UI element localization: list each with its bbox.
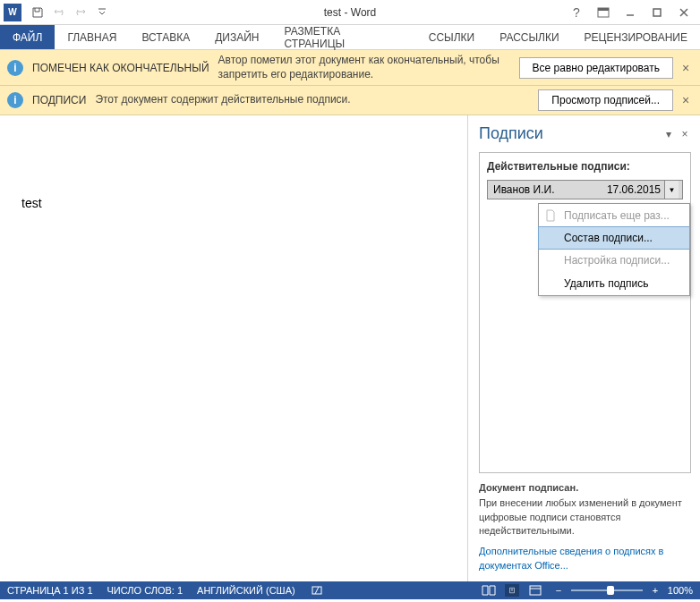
zoom-in-icon[interactable]: + [648,584,662,597]
minimize-icon[interactable] [619,3,641,22]
status-page[interactable]: СТРАНИЦА 1 ИЗ 1 [7,585,93,596]
window-title: test - Word [324,6,376,19]
web-layout-icon[interactable] [528,584,542,597]
zoom-level[interactable]: 100% [668,585,693,596]
tab-mailings[interactable]: РАССЫЛКИ [487,25,571,49]
signature-date: 17.06.2015 [607,183,664,196]
edit-anyway-button[interactable]: Все равно редактировать [519,57,673,79]
word-app-icon: W [4,4,21,21]
status-proofing-icon[interactable] [310,584,324,597]
infobar-desc: Этот документ содержит действительные по… [95,93,538,107]
infobar-close-icon[interactable]: × [679,61,693,75]
undo-icon[interactable] [52,5,66,20]
signatures-help-link[interactable]: Дополнительные сведения о подписях в док… [479,545,691,572]
valid-signatures-label: Действительные подписи: [487,160,683,173]
signatures-footer: Документ подписан. При внесении любых из… [479,482,691,572]
qat-dropdown-icon[interactable] [95,5,109,20]
redo-icon[interactable] [73,5,88,20]
status-bar: СТРАНИЦА 1 ИЗ 1 ЧИСЛО СЛОВ: 1 АНГЛИЙСКИЙ… [0,581,700,599]
svg-rect-3 [653,9,661,16]
zoom-slider[interactable] [571,589,643,591]
view-signatures-button[interactable]: Просмотр подписей... [538,89,673,111]
tab-review[interactable]: РЕЦЕНЗИРОВАНИЕ [572,25,700,49]
tab-page-layout[interactable]: РАЗМЕТКА СТРАНИЦЫ [272,25,416,49]
status-word-count[interactable]: ЧИСЛО СЛОВ: 1 [107,585,184,596]
signature-note: При внесении любых изменений в документ … [479,496,691,538]
tab-design[interactable]: ДИЗАЙН [202,25,271,49]
main-area: test Подписи ▾ × Действительные подписи:… [0,115,700,581]
save-icon[interactable] [30,5,45,20]
svg-rect-8 [530,586,541,595]
infobar-marked-final: i ПОМЕЧЕН КАК ОКОНЧАТЕЛЬНЫЙ Автор помети… [0,50,700,86]
help-icon[interactable]: ? [566,3,587,22]
infobar-title: ПОМЕЧЕН КАК ОКОНЧАТЕЛЬНЫЙ [32,62,209,74]
print-layout-icon[interactable] [505,584,519,597]
document-signed-label: Документ подписан. [479,482,691,493]
titlebar: W test - Word ? [0,0,700,25]
signature-row[interactable]: Иванов И.И. 17.06.2015 ▼ [487,180,683,199]
pane-options-icon[interactable]: ▾ [662,128,675,140]
read-mode-icon[interactable] [482,584,496,597]
menu-signature-setup: Настройка подписи... [539,249,689,272]
document-text: test [21,196,446,210]
zoom-out-icon[interactable]: − [551,584,566,597]
ribbon-tabs: ФАЙЛ ГЛАВНАЯ ВСТАВКА ДИЗАЙН РАЗМЕТКА СТР… [0,25,700,50]
signature-dropdown-icon[interactable]: ▼ [664,181,679,199]
tab-insert[interactable]: ВСТАВКА [129,25,202,49]
signatures-list-box: Действительные подписи: Иванов И.И. 17.0… [479,152,691,473]
pane-close-icon[interactable]: × [679,128,691,140]
info-icon: i [7,60,23,76]
maximize-icon[interactable] [646,3,668,22]
signatures-pane-header: Подписи ▾ × [479,124,691,143]
close-icon[interactable] [673,3,695,22]
zoom-control: − + 100% [551,584,693,597]
quick-access-toolbar [30,5,109,20]
tab-home[interactable]: ГЛАВНАЯ [55,25,129,49]
infobar-signatures: i ПОДПИСИ Этот документ содержит действи… [0,86,700,115]
infobar-title: ПОДПИСИ [32,94,86,106]
menu-sign-again: Подписать еще раз... [539,204,689,227]
signatures-pane: Подписи ▾ × Действительные подписи: Иван… [467,115,700,581]
signature-name: Иванов И.И. [491,183,607,196]
window-controls: ? [566,3,700,22]
menu-signature-details[interactable]: Состав подписи... [538,226,690,250]
document-icon [544,209,557,222]
ribbon-display-icon[interactable] [593,3,614,22]
infobar-close-icon[interactable]: × [679,93,693,107]
tab-file[interactable]: ФАЙЛ [0,25,55,49]
infobar-desc: Автор пометил этот документ как окончате… [218,54,519,81]
signature-context-menu: Подписать еще раз... Состав подписи... Н… [538,203,690,296]
info-icon: i [7,92,23,108]
signatures-title: Подписи [479,124,543,143]
tab-references[interactable]: ССЫЛКИ [416,25,487,49]
svg-rect-1 [598,8,609,11]
menu-remove-signature[interactable]: Удалить подпись [539,272,689,295]
document-area[interactable]: test [0,115,467,581]
status-language[interactable]: АНГЛИЙСКИЙ (США) [197,585,295,596]
